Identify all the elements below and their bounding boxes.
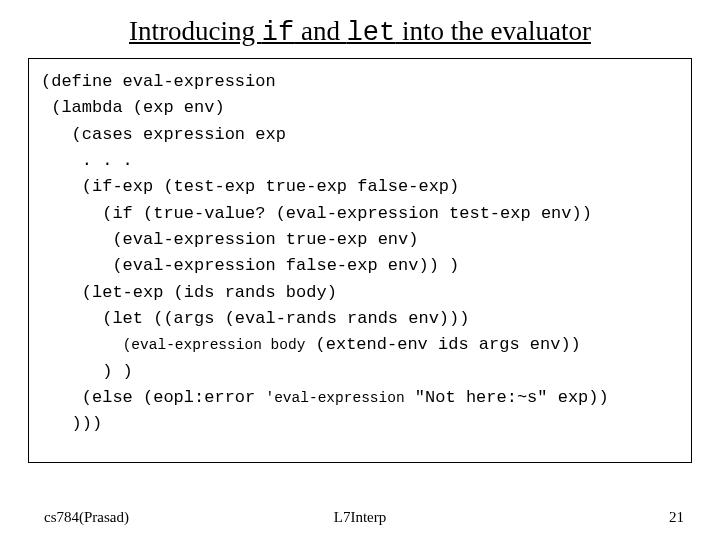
code-line: ) ) — [41, 362, 133, 381]
code-line: (if (true-value? (eval-expression test-e… — [41, 204, 592, 223]
code-block: (define eval-expression (lambda (exp env… — [28, 58, 692, 463]
code-line: (lambda (exp env) — [41, 98, 225, 117]
title-post: into the evaluator — [395, 16, 591, 46]
slide-title: Introducing if and let into the evaluato… — [28, 16, 692, 48]
code-line: ))) — [41, 414, 102, 433]
code-line: (extend-env ids args env)) — [305, 335, 580, 354]
code-line — [41, 335, 123, 354]
code-line: (eval-expression true-exp env) — [41, 230, 418, 249]
code-line: (eval-expression false-exp env)) ) — [41, 256, 459, 275]
title-kw-if: if — [262, 18, 294, 48]
code-line-small: (eval-expression body — [123, 337, 306, 353]
code-line: (else (eopl:error — [41, 388, 265, 407]
title-kw-let: let — [347, 18, 396, 48]
code-line: (cases expression exp — [41, 125, 286, 144]
code-line: "Not here:~s" exp)) — [405, 388, 609, 407]
code-line: (let-exp (ids rands body) — [41, 283, 337, 302]
title-pre: Introducing — [129, 16, 262, 46]
footer-page-number: 21 — [669, 509, 684, 526]
code-line: (let ((args (eval-rands rands env))) — [41, 309, 469, 328]
footer-lecture: L7Interp — [28, 509, 692, 526]
code-line-small: 'eval-expression — [265, 390, 404, 406]
title-mid: and — [294, 16, 346, 46]
code-line: (define eval-expression — [41, 72, 276, 91]
code-line: (if-exp (test-exp true-exp false-exp) — [41, 177, 459, 196]
code-line: . . . — [41, 151, 163, 170]
